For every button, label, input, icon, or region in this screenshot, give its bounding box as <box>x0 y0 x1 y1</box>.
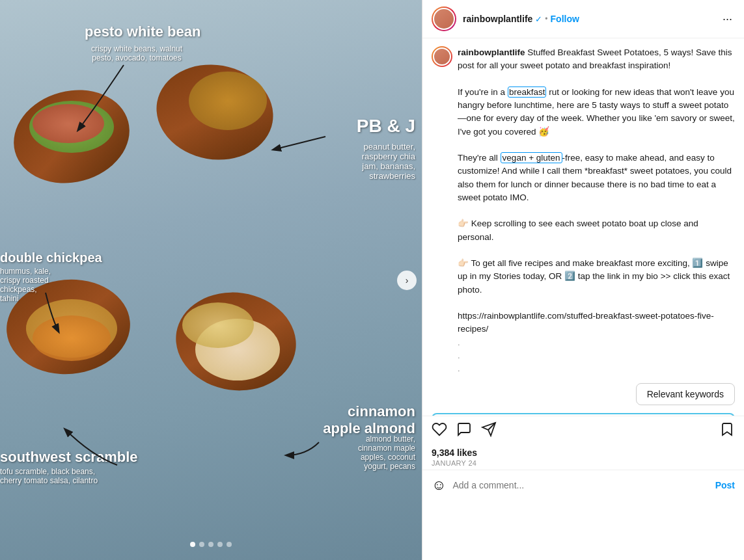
label-pb-j: PB & J <box>357 116 415 137</box>
header-info: rainbowplantlife ✓ • Follow <box>463 14 720 24</box>
caption-body: rainbowplantlife Stuffed Breakfast Sweet… <box>458 46 735 375</box>
carousel-dot-5[interactable] <box>227 542 232 547</box>
caption-link[interactable]: https://rainbowplantlife.com/stuffed-bre… <box>458 311 714 334</box>
caption-body2: They're all vegan + gluten-free, easy to… <box>458 152 732 202</box>
caption-avatar <box>432 46 452 67</box>
carousel-next-button[interactable]: › <box>397 271 417 290</box>
period-1: . <box>458 338 460 347</box>
caption-body4: 👉🏻 To get all five recipes and make brea… <box>458 258 730 295</box>
comment-button[interactable] <box>456 421 472 441</box>
label-southwest-scramble: southwest scramble <box>0 449 138 466</box>
caption-area: rainbowplantlife Stuffed Breakfast Sweet… <box>422 38 744 416</box>
period-3: . <box>458 364 460 373</box>
raspberry-topping <box>33 104 104 143</box>
likes-count: 9,384 likes <box>432 447 735 458</box>
highlight-vegan-gluten: vegan + gluten <box>501 152 562 163</box>
caption-row: rainbowplantlife Stuffed Breakfast Sweet… <box>432 46 735 375</box>
verified-icon: ✓ <box>535 14 542 24</box>
follow-button[interactable]: Follow <box>551 14 579 24</box>
keywords-callout: Relevant keywords <box>636 383 735 405</box>
post-date: JANUARY 24 <box>432 459 735 467</box>
actions-bar <box>422 416 744 446</box>
label-pesto-desc: crispy white beans, walnutpesto, avocado… <box>91 44 182 62</box>
label-southwest-desc: tofu scramble, black beans,cherry tomato… <box>0 467 98 485</box>
food-image: pesto white bean crispy white beans, wal… <box>0 0 422 560</box>
comment-input[interactable] <box>452 480 715 490</box>
label-pb-j-desc: peanut butter,raspberry chiajam, bananas… <box>324 142 415 181</box>
carousel-dot-1[interactable] <box>190 542 195 547</box>
post-comment-button[interactable]: Post <box>715 480 735 490</box>
label-double-chickpea-desc: hummus, kale,crispy roastedchickpeas,tah… <box>0 267 51 303</box>
bookmark-button[interactable] <box>719 421 735 441</box>
carousel-dot-2[interactable] <box>199 542 204 547</box>
pb-topping <box>189 72 267 130</box>
caption-username[interactable]: rainbowplantlife <box>458 47 525 57</box>
separator: • <box>545 14 547 23</box>
label-cinnamon-apple-almond: cinnamonapple almond <box>323 403 415 437</box>
emoji-button[interactable]: ☺ <box>432 477 446 494</box>
keywords-callout-row: Relevant keywords <box>432 380 735 408</box>
header-username[interactable]: rainbowplantlife <box>463 14 532 24</box>
like-button[interactable] <box>432 421 447 441</box>
post-meta: 9,384 likes JANUARY 24 <box>422 446 744 470</box>
post-header: rainbowplantlife ✓ • Follow ··· <box>422 0 744 38</box>
comment-bar: ☺ Post <box>422 470 744 500</box>
post-detail-panel: rainbowplantlife ✓ • Follow ··· rainbowp… <box>422 0 744 560</box>
almond-topping <box>182 302 254 348</box>
label-double-chickpea: double chickpea <box>0 250 102 265</box>
carousel-dot-3[interactable] <box>208 542 214 547</box>
caption-body1: If you're in a breakfast rut or looking … <box>458 87 735 137</box>
label-cinnamon-desc: almond butter,cinnamon mapleapples, coco… <box>331 434 415 471</box>
more-options-button[interactable]: ··· <box>720 12 735 26</box>
period-2: . <box>458 351 460 360</box>
carousel-dots <box>190 542 232 547</box>
share-button[interactable] <box>481 421 497 441</box>
caption-body3: 👉🏻 Keep scrolling to see each sweet pota… <box>458 219 698 241</box>
label-pesto-white-bean: pesto white bean <box>85 23 200 40</box>
scramble-topping <box>33 315 111 361</box>
profile-avatar[interactable] <box>432 7 456 31</box>
post-image-panel: pesto white bean crispy white beans, wal… <box>0 0 422 560</box>
carousel-dot-4[interactable] <box>217 542 223 547</box>
highlight-breakfast: breakfast <box>508 87 547 98</box>
